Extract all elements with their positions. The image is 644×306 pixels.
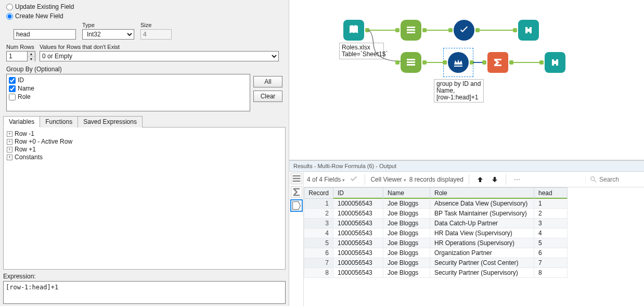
tab-saved-expressions[interactable]: Saved Expressions: [78, 116, 143, 128]
numrows-up-button[interactable]: ▲: [28, 52, 35, 57]
tree-row-active[interactable]: Row +0 - Active Row: [15, 138, 72, 145]
groupby-item-id[interactable]: ID: [9, 76, 248, 84]
type-label: Type: [82, 22, 134, 28]
groupby-clear-button[interactable]: Clear: [253, 91, 282, 102]
values-label: Values for Rows that don't Exist: [40, 44, 286, 50]
groupby-label: Group By (Optional): [6, 66, 286, 73]
binoculars-icon: [522, 24, 535, 36]
check-icon: [458, 24, 470, 36]
table-row[interactable]: 71000056543Joe BloggsSecurity Partner (C…: [304, 258, 568, 268]
results-view-tabs: [289, 172, 304, 306]
new-field-name-input[interactable]: [14, 29, 76, 40]
input-data-tool[interactable]: [343, 20, 364, 41]
results-pane: Results - Multi-Row Formula (6) - Output: [289, 160, 644, 306]
crown-icon: [452, 56, 465, 69]
config-panel: Update Existing Field Create New Field T…: [0, 0, 289, 306]
records-displayed-text: 8 records displayed: [409, 176, 463, 183]
view-tab-list[interactable]: [291, 173, 302, 184]
results-toolbar: 4 of 4 Fields Cell Viewer 8 records disp…: [304, 172, 644, 187]
table-row[interactable]: 61000056543Joe BloggsOrganization Partne…: [304, 248, 568, 258]
table-row[interactable]: 41000056543Joe BloggsHR Data View (Super…: [304, 228, 568, 238]
col-name[interactable]: Name: [383, 188, 430, 199]
select-tool-2[interactable]: [401, 52, 421, 73]
variables-tree: +Row -1 +Row +0 - Active Row +Row +1 +Co…: [3, 128, 286, 270]
sort-tool[interactable]: [454, 20, 474, 41]
col-role[interactable]: Role: [430, 188, 534, 199]
sigma-icon: [492, 56, 504, 69]
expression-input[interactable]: [row-1:head]+1: [3, 281, 286, 304]
grid-icon: [405, 56, 417, 69]
groupby-item-name[interactable]: Name: [9, 85, 248, 92]
groupby-item-role[interactable]: Role: [9, 93, 248, 100]
search-icon: [590, 176, 597, 183]
sigma-icon: [291, 187, 302, 197]
col-id[interactable]: ID: [333, 188, 383, 199]
view-tab-sigma[interactable]: [291, 186, 302, 198]
tab-variables[interactable]: Variables: [3, 116, 40, 128]
radio-create-label: Create New Field: [15, 12, 63, 20]
fields-dropdown[interactable]: 4 of 4 Fields: [307, 176, 345, 183]
size-label: Size: [140, 22, 172, 28]
groupby-check-name[interactable]: [9, 85, 16, 92]
tree-row-minus1[interactable]: Row -1: [15, 130, 34, 137]
expand-icon[interactable]: +: [7, 147, 12, 152]
grid-icon: [405, 24, 417, 36]
browse-tool-2[interactable]: [545, 52, 565, 73]
numrows-label: Num Rows: [6, 44, 35, 50]
radio-create-field[interactable]: [6, 13, 13, 20]
tree-constants[interactable]: Constants: [15, 154, 43, 161]
results-title: Results - Multi-Row Formula (6) - Output: [289, 161, 644, 172]
table-row[interactable]: 81000056543Joe BloggsSecurity Partner (S…: [304, 268, 568, 278]
book-icon: [347, 24, 360, 36]
numrows-input[interactable]: [6, 51, 27, 61]
expression-label: Expression:: [3, 273, 286, 280]
list-icon: [291, 173, 302, 184]
tree-row-plus1[interactable]: Row +1: [15, 146, 36, 153]
summarize-tool[interactable]: [487, 52, 508, 73]
multi-row-formula-tool[interactable]: [448, 52, 469, 73]
binoculars-icon: [549, 56, 561, 69]
numrows-down-button[interactable]: ▼: [28, 57, 35, 61]
col-head[interactable]: head: [534, 188, 568, 199]
formula-tool-annotation: group by ID and Name, [row-1:head]+1: [434, 79, 484, 103]
tab-functions[interactable]: Functions: [40, 116, 78, 128]
cell-viewer-dropdown[interactable]: Cell Viewer: [370, 176, 406, 183]
values-select[interactable]: 0 or Empty: [40, 51, 279, 61]
groupby-check-role[interactable]: [9, 94, 16, 100]
connector-curve: [367, 29, 404, 63]
select-tool-1[interactable]: [401, 20, 421, 41]
table-row[interactable]: 11000056543Joe BloggsAbsence Data View (…: [304, 199, 568, 209]
workflow-canvas[interactable]: Roles.xlsx Table=`Sheet1$`: [289, 0, 644, 160]
browse-tool-1[interactable]: [518, 20, 539, 41]
size-input: [140, 29, 172, 40]
svg-point-0: [591, 176, 595, 180]
radio-update-label: Update Existing Field: [15, 3, 74, 10]
expand-icon[interactable]: +: [7, 139, 12, 145]
radio-update-field[interactable]: [6, 4, 13, 10]
groupby-list: ID Name Role: [6, 74, 250, 111]
table-row[interactable]: 21000056543Joe BloggsBP Task Maintainer …: [304, 209, 568, 219]
results-table: Record ID Name Role head 11000056543Joe …: [304, 187, 568, 278]
col-record[interactable]: Record: [304, 188, 333, 199]
table-row[interactable]: 31000056543Joe BloggsData Catch-Up Partn…: [304, 219, 568, 228]
table-row[interactable]: 51000056543Joe BloggsHR Operations (Supe…: [304, 238, 568, 248]
expand-icon[interactable]: +: [7, 131, 12, 137]
output-anchor-icon: [291, 200, 302, 211]
expand-icon[interactable]: +: [7, 155, 12, 160]
type-select[interactable]: Int32: [82, 29, 134, 40]
toolbar-more-icon[interactable]: ⋯: [511, 174, 523, 185]
groupby-check-id[interactable]: [9, 77, 16, 84]
view-tab-output[interactable]: [291, 200, 302, 211]
apply-check-icon[interactable]: [348, 174, 359, 185]
search-input[interactable]: [599, 176, 641, 183]
groupby-all-button[interactable]: All: [253, 76, 282, 87]
prev-arrow-icon[interactable]: [474, 174, 486, 185]
next-arrow-icon[interactable]: [489, 174, 500, 185]
